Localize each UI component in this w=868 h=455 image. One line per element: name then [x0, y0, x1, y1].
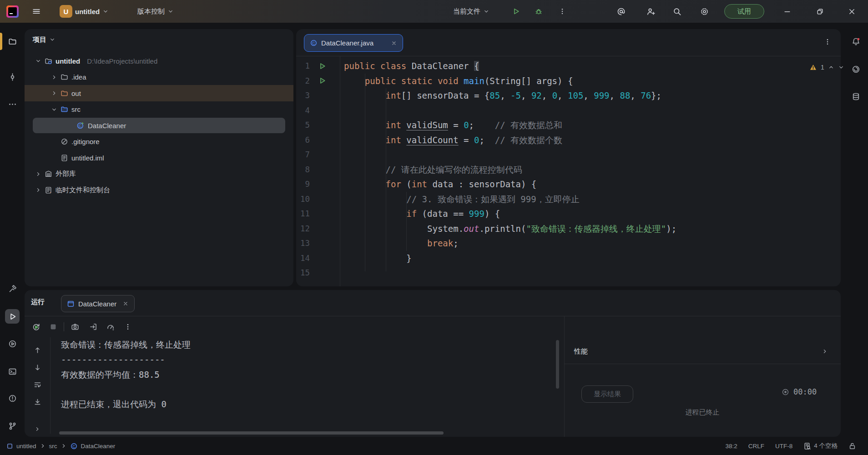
performance-expand-button[interactable] — [822, 348, 828, 356]
toolwindow-run-button[interactable] — [5, 309, 20, 324]
gutter-line-14: 14 — [296, 251, 340, 266]
tree-item-out[interactable]: out — [25, 85, 293, 101]
line-separator-widget[interactable]: CRLF — [748, 443, 764, 450]
show-results-button[interactable]: 显示结果 — [581, 385, 633, 403]
project-widget[interactable]: U untitled — [60, 0, 109, 23]
toolwindow-database-button[interactable] — [848, 89, 863, 104]
scroll-to-end-button[interactable] — [31, 395, 44, 408]
tree-item-untitled.iml[interactable]: untitled.iml — [25, 150, 293, 166]
readonly-toggle[interactable] — [848, 442, 856, 450]
tree-item-untitled[interactable]: untitledD:\IdeaProjects\untitled — [25, 53, 293, 69]
code-line-2[interactable]: public static void main(String[] args) { — [344, 74, 573, 89]
tab-close-icon[interactable] — [391, 40, 397, 46]
run-configuration-selector[interactable]: 当前文件 — [453, 0, 490, 23]
stop-button[interactable] — [46, 320, 60, 334]
project-panel-header[interactable]: 项目 — [33, 34, 56, 45]
toolwindow-build-button[interactable] — [5, 281, 20, 296]
code-line-11[interactable]: if (data == 999) { — [344, 206, 500, 221]
chevron-up-icon[interactable] — [828, 64, 834, 70]
code-with-me-button[interactable] — [643, 0, 658, 23]
code-line-9[interactable]: for (int data : sensorData) { — [344, 177, 536, 192]
run-tab-datacleaner[interactable]: DataCleaner — [61, 295, 135, 312]
window-minimize-button[interactable] — [779, 0, 795, 23]
code-line-6[interactable]: int validCount = 0; // 有效数据个数 — [344, 133, 562, 148]
toolwindow-terminal-button[interactable] — [5, 364, 20, 379]
chevron-down-icon[interactable] — [35, 58, 41, 64]
code-line-10[interactable]: // 3. 致命错误：如果遇到 999，立即停止 — [344, 192, 580, 207]
window-close-button[interactable] — [843, 0, 860, 23]
indent-widget[interactable]: 4 个空格 — [803, 442, 838, 450]
more-toolwindows-button[interactable] — [5, 97, 20, 111]
vcs-menu-label: 版本控制 — [137, 7, 165, 16]
search-icon — [673, 7, 681, 16]
run-line-marker[interactable] — [318, 77, 326, 85]
toolwindow-problems-button[interactable] — [5, 391, 20, 405]
soft-wrap-button[interactable] — [31, 378, 44, 391]
vcs-menu[interactable]: 版本控制 — [137, 0, 174, 23]
chevron-right-icon[interactable] — [35, 187, 41, 193]
code-token: }; — [651, 90, 661, 100]
breadcrumb-project[interactable]: untitled — [16, 443, 36, 450]
horizontal-scrollbar[interactable] — [59, 431, 444, 435]
chevron-right-icon[interactable] — [35, 171, 41, 177]
toolwindow-commit-button[interactable] — [5, 70, 20, 84]
chevron-right-icon[interactable] — [51, 90, 57, 96]
editor-tab-options-button[interactable] — [824, 38, 831, 47]
editor-tab-datacleaner[interactable]: C DataCleaner.java — [304, 34, 403, 52]
attach-console-button[interactable] — [86, 320, 100, 334]
breadcrumb-file[interactable]: DataCleaner — [81, 443, 116, 450]
console-line: -------------------- — [61, 352, 552, 367]
gutter-line-1: 1 — [296, 59, 340, 74]
code-token: data : sensorData) { — [427, 179, 536, 189]
breadcrumb-src[interactable]: src — [49, 443, 57, 450]
trial-widget[interactable]: 试用 — [724, 0, 764, 23]
code-token: ; — [469, 120, 495, 130]
toolwindow-services-button[interactable] — [5, 336, 20, 351]
run-options-button[interactable] — [121, 320, 135, 334]
run-line-marker[interactable] — [318, 62, 326, 70]
tree-item-DataCleaner[interactable]: CDataCleaner — [25, 117, 293, 134]
toolwindow-git-button[interactable] — [5, 419, 20, 433]
search-everywhere-button[interactable] — [670, 0, 684, 23]
code-line-1[interactable]: public class DataCleaner { — [344, 59, 479, 74]
code-line-12[interactable]: System.out.println("致命错误：传感器掉线，终止处理"); — [344, 221, 676, 236]
code-line-13[interactable]: break; — [344, 236, 459, 251]
tree-item-.gitignore[interactable]: .gitignore — [25, 134, 293, 150]
encoding-widget[interactable]: UTF-8 — [775, 443, 792, 450]
rerun-button[interactable] — [29, 320, 43, 334]
tab-close-icon[interactable] — [122, 300, 129, 307]
run-button[interactable] — [509, 0, 523, 23]
more-run-options-button[interactable] — [555, 0, 570, 23]
toolwindow-project-button[interactable] — [5, 34, 20, 49]
console-up-button[interactable] — [31, 344, 44, 356]
thread-dump-button[interactable] — [68, 320, 82, 334]
code-token — [344, 194, 406, 204]
console-line: 有效数据的平均值：88.5 — [61, 367, 552, 382]
chevron-down-icon[interactable] — [838, 64, 844, 70]
notifications-button[interactable] — [848, 34, 863, 49]
chevron-right-icon[interactable] — [51, 74, 57, 80]
toolwindow-ai-assistant-button[interactable] — [848, 62, 863, 76]
ai-assistant-button[interactable] — [614, 0, 628, 23]
code-line-3[interactable]: int[] sensorData = {85, -5, 92, 0, 105, … — [344, 88, 661, 103]
vertical-scrollbar[interactable] — [556, 340, 559, 389]
code-token: main — [464, 76, 484, 86]
tree-item-.idea[interactable]: .idea — [25, 69, 293, 85]
tree-item-外部库[interactable]: 外部库 — [25, 166, 293, 182]
settings-button[interactable] — [697, 0, 712, 23]
tree-item-临时文件和控制台[interactable]: 临时文件和控制台 — [25, 182, 293, 198]
tree-item-src[interactable]: src — [25, 101, 293, 118]
code-line-14[interactable]: } — [344, 251, 412, 266]
code-token: // 有效数据总和 — [495, 120, 562, 130]
code-line-5[interactable]: int validSum = 0; // 有效数据总和 — [344, 118, 562, 133]
main-menu-button[interactable] — [29, 0, 44, 23]
console-expand-button[interactable] — [31, 423, 44, 435]
profiler-button[interactable] — [104, 320, 117, 334]
inspections-widget[interactable]: 1 — [809, 62, 844, 73]
chevron-down-icon[interactable] — [51, 106, 57, 113]
console-down-button[interactable] — [31, 361, 44, 374]
caret-position-widget[interactable]: 38:2 — [725, 443, 737, 450]
debug-button[interactable] — [531, 0, 546, 23]
code-line-8[interactable]: // 请在此处编写你的流程控制代码 — [344, 162, 522, 177]
window-restore-button[interactable] — [812, 0, 828, 23]
